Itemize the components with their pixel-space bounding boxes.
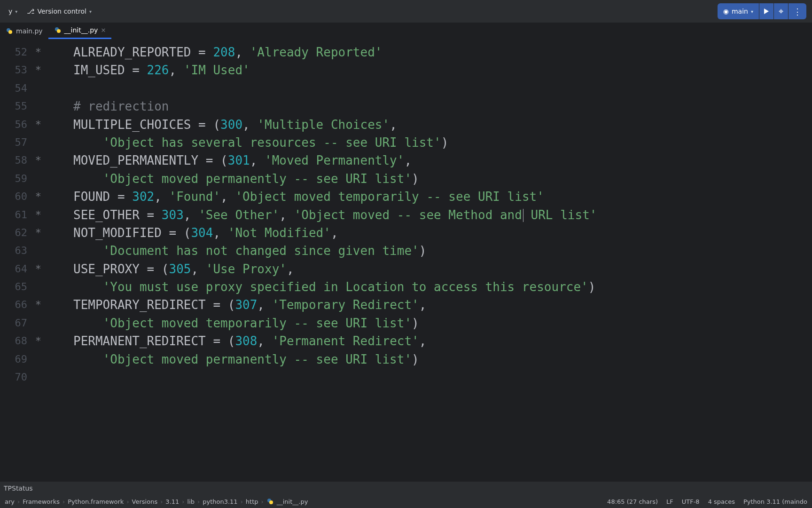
python-file-icon — [6, 27, 13, 35]
tab-main-py[interactable]: main.py — [0, 23, 48, 39]
svg-point-1 — [8, 30, 12, 34]
main-toolbar: y ▾ Version control ▾ main ▾ — [0, 0, 812, 23]
code-line[interactable]: IM_USED = 226, 'IM Used' — [45, 61, 812, 79]
code-line[interactable]: # redirection — [45, 97, 812, 115]
gutter-line: 69 — [0, 350, 45, 368]
code-line[interactable]: 'Object moved permanently -- see URI lis… — [45, 170, 812, 188]
code-line[interactable]: 'Object has several resources -- see URI… — [45, 134, 812, 151]
vcs-dropdown[interactable]: Version control ▾ — [24, 6, 94, 17]
breadcrumb-segment[interactable]: Python.framework — [68, 498, 124, 505]
play-icon — [764, 8, 769, 14]
run-widget: main ▾ — [718, 3, 806, 19]
gutter-line: 62* — [0, 224, 45, 242]
gutter-line: 68* — [0, 332, 45, 350]
gutter-line: 63 — [0, 242, 45, 260]
gutter-line: 70 — [0, 368, 45, 386]
gutter: 52*53*545556*5758*5960*61*62*6364*6566*6… — [0, 40, 45, 482]
code-line[interactable]: USE_PROXY = (305, 'Use Proxy', — [45, 260, 812, 278]
gutter-line: 60* — [0, 188, 45, 206]
breadcrumb-segment[interactable]: http — [246, 498, 258, 505]
breadcrumb-segment[interactable]: python3.11 — [203, 498, 237, 505]
code-line[interactable]: FOUND = 302, 'Found', 'Object moved temp… — [45, 188, 812, 206]
breadcrumb-segment[interactable]: Versions — [132, 498, 158, 505]
svg-point-3 — [57, 29, 61, 33]
code-line[interactable]: NOT_MODIFIED = (304, 'Not Modified', — [45, 224, 812, 242]
gutter-line: 54 — [0, 79, 45, 97]
gutter-line: 52* — [0, 43, 45, 61]
line-separator[interactable]: LF — [666, 498, 673, 505]
svg-point-5 — [269, 500, 273, 504]
run-more-button[interactable] — [789, 3, 806, 19]
code-line[interactable]: ALREADY_REPORTED = 208, 'Already Reporte… — [45, 43, 812, 61]
code-area[interactable]: ALREADY_REPORTED = 208, 'Already Reporte… — [45, 40, 812, 482]
file-encoding[interactable]: UTF-8 — [682, 498, 700, 505]
context-bar: TPStatus — [0, 482, 812, 495]
context-symbol[interactable]: TPStatus — [4, 484, 33, 492]
python-file-icon — [54, 26, 62, 34]
tab-init-py[interactable]: __init__.py ✕ — [48, 23, 112, 39]
status-bar: ary › Frameworks › Python.framework › Ve… — [0, 495, 812, 508]
gutter-line: 55 — [0, 97, 45, 115]
code-editor[interactable]: 52*53*545556*5758*5960*61*62*6364*6566*6… — [0, 40, 812, 482]
gutter-line: 66* — [0, 296, 45, 314]
code-line[interactable]: SEE_OTHER = 303, 'See Other', 'Object mo… — [45, 206, 812, 224]
chevron-down-icon: ▾ — [89, 9, 92, 14]
gutter-line: 64* — [0, 260, 45, 278]
run-button[interactable] — [759, 3, 773, 19]
breadcrumb-segment[interactable]: ary — [5, 498, 15, 505]
run-config-icon — [723, 8, 729, 15]
project-dropdown[interactable]: y ▾ — [6, 6, 20, 17]
gutter-line: 53* — [0, 61, 45, 79]
code-line[interactable]: 'You must use proxy specified in Locatio… — [45, 278, 812, 296]
branch-icon — [27, 8, 34, 15]
run-config-label: main — [732, 8, 748, 15]
chevron-down-icon: ▾ — [751, 9, 753, 14]
gutter-line: 57 — [0, 134, 45, 151]
code-line[interactable]: TEMPORARY_REDIRECT = (307, 'Temporary Re… — [45, 296, 812, 314]
code-line[interactable] — [45, 368, 812, 386]
tab-label: __init__.py — [64, 26, 98, 34]
gutter-line: 67 — [0, 314, 45, 332]
gutter-line: 58* — [0, 151, 45, 169]
chevron-down-icon: ▾ — [15, 9, 17, 14]
code-line[interactable] — [45, 79, 812, 97]
gutter-line: 61* — [0, 206, 45, 224]
run-config-selector[interactable]: main ▾ — [718, 3, 759, 19]
project-trunc-label: y — [8, 8, 12, 15]
debug-button[interactable] — [774, 3, 788, 19]
code-line[interactable]: 'Object moved permanently -- see URI lis… — [45, 350, 812, 368]
vcs-label: Version control — [37, 8, 86, 15]
gutter-line: 65 — [0, 278, 45, 296]
editor-tabs: main.py __init__.py ✕ — [0, 23, 812, 40]
bug-icon — [779, 6, 783, 16]
breadcrumb-segment[interactable]: 3.11 — [165, 498, 179, 505]
more-icon — [793, 7, 802, 16]
code-line[interactable]: PERMANENT_REDIRECT = (308, 'Permanent Re… — [45, 332, 812, 350]
code-line[interactable]: 'Document has not changed since given ti… — [45, 242, 812, 260]
gutter-line: 59 — [0, 170, 45, 188]
gutter-line: 56* — [0, 116, 45, 134]
breadcrumb: ary › Frameworks › Python.framework › Ve… — [5, 498, 604, 505]
tab-label: main.py — [16, 27, 43, 35]
cursor-position[interactable]: 48:65 (27 chars) — [607, 498, 658, 505]
python-file-icon — [266, 498, 274, 505]
breadcrumb-segment[interactable]: __init__.py — [277, 498, 308, 505]
breadcrumb-segment[interactable]: lib — [187, 498, 195, 505]
code-line[interactable]: MULTIPLE_CHOICES = (300, 'Multiple Choic… — [45, 116, 812, 134]
indent-setting[interactable]: 4 spaces — [708, 498, 735, 505]
code-line[interactable]: 'Object moved temporarily -- see URI lis… — [45, 314, 812, 332]
close-icon[interactable]: ✕ — [101, 27, 106, 34]
code-line[interactable]: MOVED_PERMANENTLY = (301, 'Moved Permane… — [45, 151, 812, 169]
breadcrumb-segment[interactable]: Frameworks — [23, 498, 60, 505]
python-interpreter[interactable]: Python 3.11 (maindo — [743, 498, 807, 505]
